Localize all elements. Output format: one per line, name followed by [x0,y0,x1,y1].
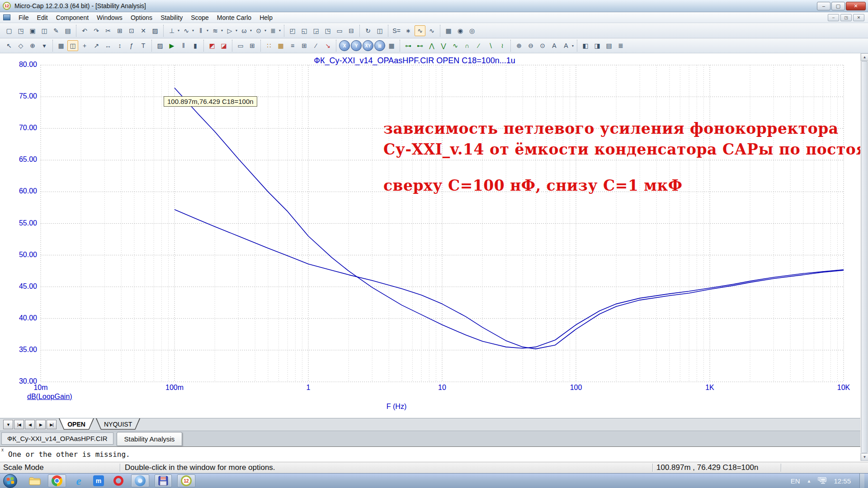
close-button[interactable]: ✕ [846,2,866,10]
properties-icon[interactable]: ▤ [604,40,614,51]
mode-dropdown-icon[interactable]: ▾ [39,40,50,51]
menu-component[interactable]: Component [52,13,93,23]
show-hidden-icons-button[interactable]: ▲ [807,479,811,483]
optimizer-icon[interactable]: ∗ [403,25,414,36]
tile-horizontal-icon[interactable]: ◲ [311,25,321,36]
model-editor-icon[interactable]: ▦ [443,25,454,36]
print-icon[interactable]: ▤ [62,25,73,36]
low-icon[interactable]: ∩ [462,40,472,51]
help-icon[interactable]: ◉ [455,25,466,36]
menu-help[interactable]: Help [255,13,277,23]
graph-select-icon[interactable]: ◫ [67,40,78,51]
save-graphics-icon[interactable]: ◨ [592,40,603,51]
plot-canvas[interactable] [0,53,868,418]
peak-icon[interactable]: ⋀ [426,40,437,51]
numeric-output-icon[interactable]: ▦ [386,40,397,51]
slope-down-icon[interactable]: ∖ [485,40,496,51]
first-page-button[interactable]: |◀ [14,420,24,429]
text-mode-icon[interactable]: T [138,40,149,51]
clock[interactable]: 12:55 [834,477,851,485]
ground-component-icon[interactable]: ⊥ [166,25,177,36]
log-scale-icon[interactable]: ≣ [374,40,385,51]
page-scroll-menu-button[interactable]: ▼ [3,420,13,429]
select-all-icon[interactable]: ▨ [150,25,160,36]
tag-horizontal-icon[interactable]: ↔ [103,40,113,51]
redo-icon[interactable]: ↷ [91,25,102,36]
refresh-icon[interactable]: ↻ [363,25,373,36]
horizontal-lines-icon[interactable]: ≡ [287,40,298,51]
show-desktop-button[interactable] [859,474,864,488]
open-file-icon[interactable]: ◳ [15,25,26,36]
cursor-mode-icon[interactable]: + [79,40,90,51]
last-page-button[interactable]: ▶| [47,420,57,429]
prev-page-button[interactable]: ◀ [25,420,35,429]
menu-file[interactable]: File [14,13,33,23]
font-icon[interactable]: A [549,40,560,51]
undo-icon[interactable]: ↶ [79,25,90,36]
xy-scale-icon[interactable]: XY [363,40,373,51]
zoom-select-icon[interactable]: ⊙ [537,40,548,51]
start-button[interactable] [3,474,17,488]
maximize-window-icon[interactable]: ▭ [334,25,345,36]
analysis-limits-icon[interactable]: ◩ [207,40,217,51]
taskbar-windows-explorer[interactable] [27,474,42,487]
plot-edit-icon[interactable]: ∿ [426,25,437,36]
maximize-button[interactable]: ▢ [831,2,845,10]
menu-options[interactable]: Options [127,13,156,23]
tab-stability-analysis[interactable]: Stability Analysis [117,432,183,446]
window-select-icon[interactable]: ◫ [374,25,385,36]
scrollbar-thumb[interactable] [861,61,868,453]
taskbar-micro-cap[interactable]: 12 [177,474,195,487]
overlap-windows-icon[interactable]: ◳ [322,25,333,36]
tab-circuit-file[interactable]: ФК_Су-XXI_v14_OPAasHPF.CIR [1,432,113,445]
taskbar-internet-explorer[interactable]: e [71,474,86,487]
layers-icon[interactable]: ≣ [615,40,626,51]
menu-scope[interactable]: Scope [187,13,213,23]
pause-icon[interactable]: ‖ [178,40,189,51]
save-icon[interactable]: ▣ [27,25,38,36]
battery-component-icon-dropdown[interactable]: ▾ [279,28,281,33]
menu-stability[interactable]: Stability [156,13,187,23]
grid-icon[interactable]: ⊞ [247,40,258,51]
inductor-component-icon[interactable]: ω [239,25,250,36]
curve-C18=1u[interactable] [175,210,844,349]
copy-graphics-icon[interactable]: ◧ [580,40,591,51]
run-icon[interactable]: ▶ [166,40,177,51]
tangent-icon[interactable]: ↘ [322,40,333,51]
cursor-right-icon[interactable]: ⊷ [415,40,425,51]
capacitor-component-icon-dropdown[interactable]: ▾ [207,28,208,33]
paste-icon[interactable]: ⊡ [126,25,137,36]
analysis-plot-icon[interactable]: ∿ [415,25,425,36]
ruler-icon[interactable]: ▭ [235,40,246,51]
new-file-icon[interactable]: ▢ [4,25,14,36]
message-close-icon[interactable]: x [1,447,4,452]
select-mode-icon[interactable]: ↖ [4,40,14,51]
taskbar-blue-app[interactable] [131,474,149,487]
tab-open[interactable]: OPEN [59,418,94,430]
text-color-icon[interactable]: A [561,40,571,51]
capacitor-component-icon[interactable]: ‖ [195,25,206,36]
save-as-icon[interactable]: ◫ [39,25,50,36]
scroll-up-icon[interactable]: ▲ [861,53,868,61]
cut-icon[interactable]: ✂ [103,25,113,36]
copy-icon[interactable]: ⊞ [114,25,125,36]
scroll-down-icon[interactable]: ▼ [861,453,868,461]
resistor-component-icon[interactable]: ≋ [210,25,221,36]
ground-component-icon-dropdown[interactable]: ▾ [178,28,179,33]
inflection-icon[interactable]: ≀ [497,40,508,51]
slope-up-icon[interactable]: ∕ [473,40,484,51]
mdi-restore-button[interactable]: ◳ [840,14,852,21]
graph-paper-icon[interactable]: ⊞ [299,40,310,51]
cursor-left-icon[interactable]: ⊶ [403,40,414,51]
analysis-properties-icon[interactable]: ◪ [218,40,229,51]
document-window-icon[interactable] [3,14,10,20]
valley-icon[interactable]: ⋁ [438,40,449,51]
menu-windows[interactable]: Windows [93,13,127,23]
minimize-button[interactable]: – [817,2,830,10]
next-page-button[interactable]: ▶ [36,420,46,429]
language-indicator[interactable]: EN [791,477,800,485]
mdi-minimize-button[interactable]: – [828,14,839,21]
grid-lines-icon[interactable]: ▦ [275,40,286,51]
formula-icon[interactable]: ƒ [126,40,137,51]
mdi-close-button[interactable]: ✕ [853,14,864,21]
